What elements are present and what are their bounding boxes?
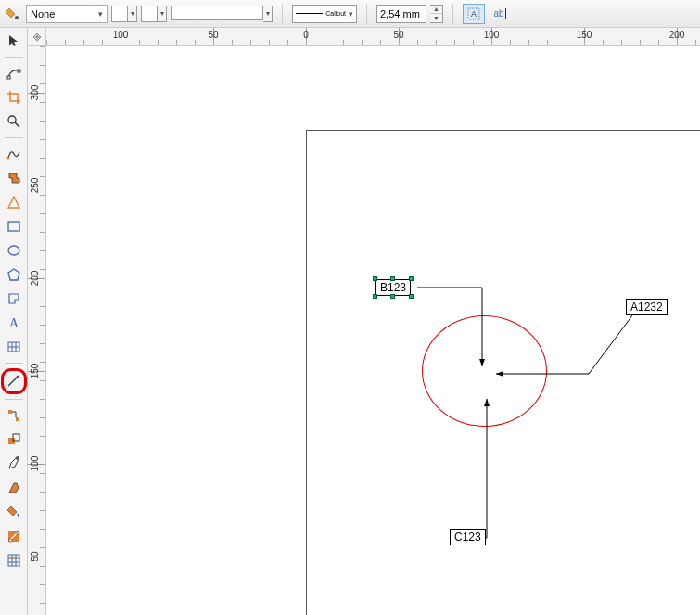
fill-mode-dropdown[interactable]: None [26,5,108,23]
foreground-swatch-dropdown[interactable]: ▾ [128,6,137,22]
ruler-v-label: 150 [30,364,40,379]
svg-rect-3 [7,76,10,79]
toolbox-divider [5,399,23,400]
ruler-origin[interactable] [28,28,46,46]
toolbar-divider [452,4,453,24]
ruler-v-label: 200 [30,271,40,287]
text-fit-mode-button[interactable]: A [463,4,485,24]
drawing-canvas[interactable]: A1232 B123 C123 [46,46,700,615]
toolbox-divider [5,363,23,364]
zoom-tool[interactable] [3,110,25,133]
callout-text: B123 [380,281,406,294]
ruler-h-label: 50 [208,30,218,40]
line-style-dropdown[interactable]: Callout [292,5,357,23]
toolbox-divider [5,137,23,138]
foreground-swatch[interactable] [111,6,128,22]
polygon-tool[interactable] [3,263,25,286]
dimension-spinner[interactable]: ▲ ▼ [430,5,443,23]
toolbox: A [0,28,28,615]
text-cursor-mode-button[interactable]: ab [489,4,511,24]
spinner-down-icon[interactable]: ▼ [430,14,442,22]
dimension-input[interactable] [376,5,426,23]
ruler-horizontal[interactable]: 100 50 0 50 100 150 200 [46,28,700,46]
interactive-fill-tool[interactable] [3,525,25,547]
property-bar: None ▾ ▾ ▾ Callout ▲ ▼ A ab [0,0,700,28]
ellipse-tool[interactable] [3,239,25,262]
rectangle-tool[interactable] [3,215,25,237]
toolbar-divider [366,4,367,24]
gradient-swatch-dropdown[interactable]: ▾ [263,6,273,22]
callout-text: A1232 [630,301,663,314]
ruler-v-label: 250 [30,178,40,194]
ruler-h-label: 100 [113,30,129,40]
svg-rect-4 [18,70,20,72]
ruler-h-label: 150 [577,30,592,40]
svg-text:A: A [8,316,19,330]
connector-tool[interactable] [3,404,25,427]
svg-point-9 [8,246,19,255]
mesh-fill-tool[interactable] [3,549,25,571]
toolbox-divider [5,57,23,58]
fill-tool[interactable] [3,501,25,523]
svg-rect-16 [8,410,12,414]
smart-drawing-tool[interactable] [3,191,25,213]
outline-tool[interactable] [3,477,25,499]
svg-rect-8 [8,222,19,231]
ruler-v-label: 300 [30,85,40,101]
svg-rect-25 [8,555,19,566]
svg-rect-24 [17,532,19,534]
svg-line-6 [15,122,19,127]
ruler-h-label: 200 [669,30,685,40]
svg-point-7 [6,157,9,160]
interactive-tool[interactable] [3,429,25,451]
eyedropper-tool[interactable] [3,453,25,475]
smart-fill-tool[interactable] [3,167,25,189]
callout-label-b[interactable]: B123 [375,279,411,296]
ruler-h-label: 100 [484,30,500,40]
line-style-text: Callout [325,10,346,17]
background-swatch[interactable] [141,6,158,22]
svg-text:A: A [471,9,477,19]
svg-rect-23 [9,539,12,542]
gradient-swatch[interactable] [171,6,263,20]
toolbar-divider [282,4,283,24]
callout-label-c[interactable]: C123 [450,529,486,545]
table-tool[interactable] [3,336,25,358]
ruler-h-label: 50 [393,30,403,40]
basic-shapes-tool[interactable] [3,288,25,310]
pick-tool[interactable] [3,30,25,52]
spinner-up-icon[interactable]: ▲ [430,6,442,15]
freehand-tool[interactable] [3,143,25,165]
ruler-v-label: 100 [30,456,40,472]
ruler-vertical[interactable]: 300 250 200 150 100 50 [28,46,46,615]
callout-text: C123 [454,531,481,544]
svg-point-20 [16,456,19,460]
svg-point-5 [8,116,16,123]
line-preview [296,13,323,14]
text-tool[interactable]: A [3,312,25,334]
fill-tool-icon[interactable] [4,5,22,23]
svg-point-0 [15,16,19,19]
background-swatch-dropdown[interactable]: ▾ [158,6,167,22]
ruler-h-label: 0 [303,30,309,40]
crop-tool[interactable] [3,86,25,109]
dimension-tool[interactable] [1,368,27,394]
svg-point-30 [10,557,13,560]
circle-shape[interactable] [422,315,547,427]
svg-rect-17 [16,417,19,421]
ruler-v-label: 50 [30,551,40,561]
shape-tool[interactable] [3,62,25,84]
callout-label-a[interactable]: A1232 [626,299,668,315]
fill-mode-value: None [31,8,55,19]
